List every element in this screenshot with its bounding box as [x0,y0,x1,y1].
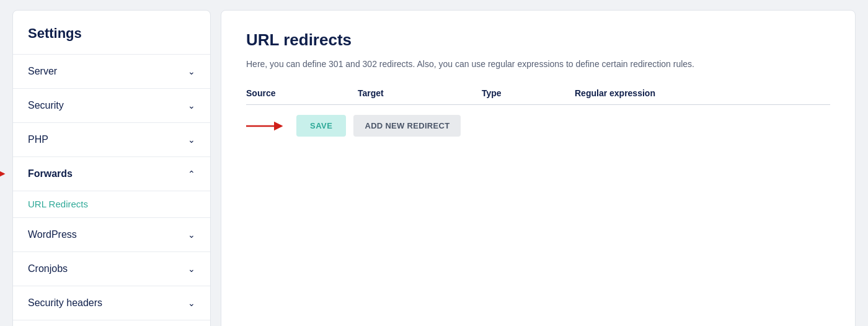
chevron-down-icon: ⌄ [188,298,195,308]
col-source: Source [246,88,358,98]
main-content: URL redirects Here, you can define 301 a… [221,10,856,326]
chevron-up-icon: ⌃ [188,169,195,179]
sidebar-item-php[interactable]: PHP ⌄ [13,122,210,156]
sidebar-item-server[interactable]: Server ⌄ [13,54,210,88]
sidebar-item-cronjobs-label: Cronjobs [28,263,68,274]
sidebar-item-forwards-label: Forwards [28,168,73,179]
sidebar-item-wordpress[interactable]: WordPress ⌄ [13,217,210,251]
sidebar-item-server-label: Server [28,66,57,77]
table-header: Source Target Type Regular expression [246,88,830,105]
sidebar-item-wordpress-label: WordPress [28,229,77,240]
url-redirects-link[interactable]: URL Redirects [28,199,88,209]
sidebar-item-security-headers[interactable]: Security headers ⌄ [13,286,210,320]
sidebar-item-cronjobs[interactable]: Cronjobs ⌄ [13,251,210,286]
sidebar-item-security-headers-label: Security headers [28,297,102,309]
forwards-arrow-indicator [0,165,10,183]
page-description: Here, you can define 301 and 302 redirec… [246,57,717,71]
add-new-redirect-button[interactable]: ADD NEW REDIRECT [353,115,461,137]
sidebar: Settings Server ⌄ Security ⌄ PHP ⌄ Forwa… [12,10,211,326]
chevron-down-icon: ⌄ [188,230,195,240]
sidebar-sub-item-url-redirects[interactable]: URL Redirects [13,191,210,217]
sidebar-item-security[interactable]: Security ⌄ [13,88,210,122]
chevron-down-icon: ⌄ [188,66,195,76]
chevron-down-icon: ⌄ [188,101,195,111]
sidebar-item-php-label: PHP [28,134,48,145]
sidebar-item-security-label: Security [28,100,64,111]
col-target: Target [358,88,482,98]
sidebar-title: Settings [13,25,210,54]
save-arrow-indicator [246,117,286,135]
col-regex: Regular expression [575,88,830,98]
chevron-down-icon: ⌄ [188,135,195,145]
sidebar-item-forwards[interactable]: Forwards ⌃ [13,156,210,191]
save-button[interactable]: SAVE [296,115,346,137]
table-actions: SAVE ADD NEW REDIRECT [246,115,830,137]
chevron-down-icon: ⌄ [188,264,195,274]
col-type: Type [482,88,575,98]
page-title: URL redirects [246,30,830,50]
